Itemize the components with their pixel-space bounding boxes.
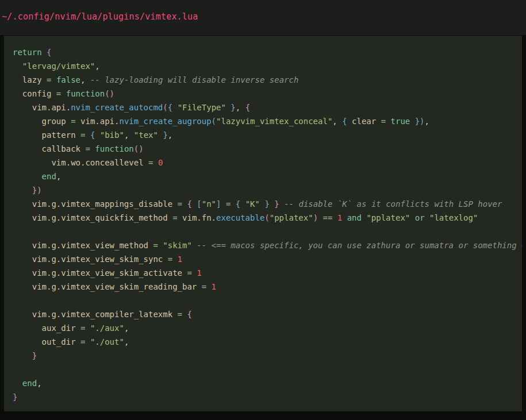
code-line: group = vim.api.nvim_create_augroup("laz… xyxy=(13,114,522,128)
code-line: vim.g.vimtex_compiler_latexmk = { xyxy=(13,307,522,321)
code-line xyxy=(13,225,522,238)
bottom-border xyxy=(0,411,526,420)
code-line: return { xyxy=(13,45,522,59)
code-line: aux_dir = "./aux", xyxy=(13,321,522,335)
code-line: "lervag/vimtex", xyxy=(13,59,522,73)
code-line: vim.g.vimtex_mappings_disable = { ["n"] … xyxy=(13,197,522,211)
code-line: vim.api.nvim_create_autocmd({ "FileType"… xyxy=(13,101,522,114)
code-line: vim.g.vimtex_quickfix_method = vim.fn.ex… xyxy=(13,211,522,225)
file-path-label: ~/.config/nvim/lua/plugins/vimtex.lua xyxy=(2,11,198,22)
code-line: vim.g.vimtex_view_method = "skim" -- <==… xyxy=(13,238,522,252)
code-line: } xyxy=(13,349,522,363)
code-line: vim.g.vimtex_view_skim_activate = 1 xyxy=(13,266,522,280)
code-line: pattern = { "bib", "tex" }, xyxy=(13,128,522,142)
code-line: callback = function() xyxy=(13,142,522,156)
code-line xyxy=(13,294,522,307)
code-line: lazy = false, -- lazy-loading will disab… xyxy=(13,73,522,87)
code-line: out_dir = "./out", xyxy=(13,335,522,349)
code-line: } xyxy=(13,390,522,404)
code-editor[interactable]: return { "lervag/vimtex", lazy = false, … xyxy=(4,36,522,411)
code-line: vim.wo.conceallevel = 0 xyxy=(13,156,522,169)
window-frame: ~/.config/nvim/lua/plugins/vimtex.lua re… xyxy=(0,0,526,420)
code-line: end, xyxy=(13,376,522,390)
code-line: vim.g.vimtex_view_skim_sync = 1 xyxy=(13,252,522,266)
code-line: config = function() xyxy=(13,87,522,101)
code-line: end, xyxy=(13,169,522,183)
title-bar: ~/.config/nvim/lua/plugins/vimtex.lua xyxy=(0,0,526,36)
code-line: }) xyxy=(13,183,522,197)
code-line: vim.g.vimtex_view_skim_reading_bar = 1 xyxy=(13,280,522,294)
code-line xyxy=(13,363,522,376)
